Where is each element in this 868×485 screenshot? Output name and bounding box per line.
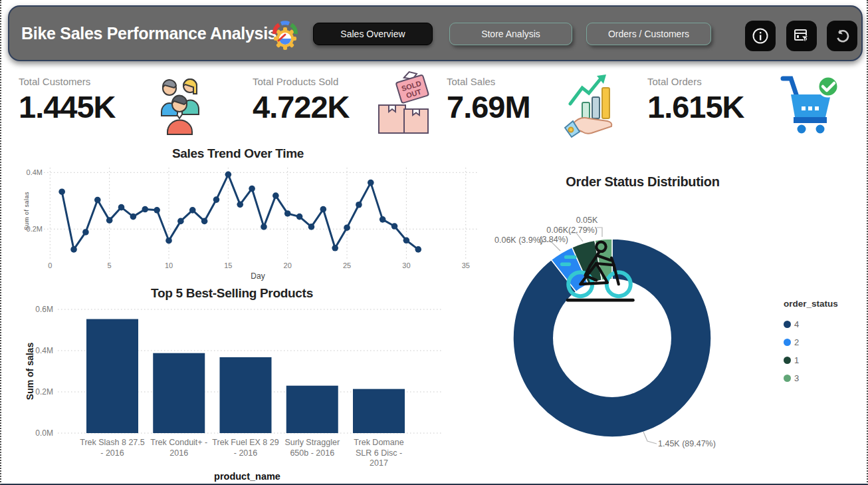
tab-orders-customers[interactable]: Orders / Customers (586, 23, 711, 45)
donut-callout-status4: 1.45K (89.47%) (658, 439, 716, 448)
legend-label: 2 (794, 337, 799, 347)
svg-text:Day: Day (251, 271, 265, 281)
bar-Surly Straggler 650b - 2016[interactable] (286, 386, 338, 433)
gauge-gear-icon (267, 17, 303, 51)
legend-item-4[interactable]: 4 (784, 315, 838, 333)
undo-icon (834, 28, 850, 44)
kpi-total-sales: Total Sales 7.69M (447, 76, 530, 125)
kpi-value: 4.722K (253, 88, 350, 125)
cart-check-icon (779, 75, 840, 134)
bar-Trek Domane SLR 6 Disc - 2017[interactable] (353, 389, 405, 433)
kpi-value: 1.445K (19, 88, 116, 125)
sold-out-boxes-icon: SOLD OUT (375, 73, 433, 136)
svg-text:0.2M: 0.2M (35, 387, 53, 397)
legend-label: 4 (794, 319, 799, 329)
legend-item-1[interactable]: 1 (784, 351, 838, 369)
kpi-total-customers: Total Customers 1.445K (19, 76, 116, 125)
kpi-label: Total Orders (647, 76, 744, 87)
bar-Trek Fuel EX 8 29 - 2016[interactable] (220, 357, 272, 433)
donut-legend: order_status 4213 (784, 299, 838, 387)
tab-sales-overview[interactable]: Sales Overview (313, 23, 433, 45)
kpi-total-products-sold: Total Products Sold 4.722K (253, 76, 350, 125)
legend-dot (784, 339, 791, 346)
kpi-label: Total Products Sold (253, 76, 350, 87)
top-products-bar-chart[interactable]: 0.0M0.2M0.4M0.6MTrek Slash 8 27.5- 2016T… (28, 303, 453, 485)
kpi-value: 1.615K (647, 88, 744, 125)
dashboard-page: Bike Sales Performance Analysis Sales Ov… (0, 0, 868, 485)
reset-button[interactable] (827, 21, 857, 51)
svg-text:Trek Fuel EX 8 29: Trek Fuel EX 8 29 (212, 438, 278, 447)
svg-text:10: 10 (165, 261, 173, 269)
svg-text:0.0M: 0.0M (35, 428, 53, 438)
page-title: Bike Sales Performance Analysis (21, 7, 276, 60)
donut-chart-title: Order Status Distribution (510, 174, 776, 190)
donut-callout-status3-value: 0.05K (573, 216, 601, 225)
legend-label: 3 (794, 373, 799, 383)
legend-dot (784, 321, 791, 328)
legend-dot (784, 375, 791, 382)
svg-text:25: 25 (343, 261, 351, 269)
svg-text:Trek Conduit+ -: Trek Conduit+ - (150, 438, 207, 447)
svg-text:0.4M: 0.4M (35, 346, 53, 355)
svg-text:0.6M: 0.6M (35, 305, 53, 314)
svg-text:20: 20 (284, 261, 292, 269)
svg-text:2017: 2017 (370, 458, 388, 468)
tab-store-analysis[interactable]: Store Analysis (449, 23, 572, 45)
svg-text:- 2016: - 2016 (234, 448, 257, 458)
donut-callout-status1: 0.06K (3.84%) (518, 226, 568, 244)
legend-dot (784, 357, 791, 364)
sales-trend-line-chart[interactable]: 051015202530350.2M0.4MDay (20, 165, 485, 283)
legend-item-2[interactable]: 2 (784, 333, 838, 351)
legend-item-3[interactable]: 3 (784, 369, 838, 387)
info-icon (752, 27, 769, 45)
legend-label: 1 (794, 355, 799, 365)
svg-text:Trek Domane: Trek Domane (354, 438, 403, 447)
svg-text:15: 15 (224, 261, 232, 269)
svg-text:Surly Straggler: Surly Straggler (284, 438, 340, 447)
header-bar: Bike Sales Performance Analysis Sales Ov… (8, 5, 863, 61)
svg-text:0: 0 (48, 261, 52, 269)
legend-title: order_status (784, 299, 838, 309)
donut-callout-status3-pct: (2.79%) (566, 226, 599, 235)
svg-text:2016: 2016 (169, 448, 188, 458)
donut-callout-leaders (493, 220, 732, 452)
svg-text:650b - 2016: 650b - 2016 (290, 448, 334, 458)
kpi-label: Total Sales (447, 76, 530, 87)
bar-Trek Conduit+ - 2016[interactable] (153, 353, 205, 433)
bar-chart-title: Top 5 Best-Selling Products (99, 286, 365, 301)
svg-text:SLR 6 Disc -: SLR 6 Disc - (356, 448, 402, 458)
svg-text:35: 35 (462, 261, 470, 269)
svg-text:30: 30 (402, 261, 410, 269)
kpi-label: Total Customers (19, 76, 116, 87)
kpi-value: 7.69M (447, 88, 530, 125)
kpi-total-orders: Total Orders 1.615K (647, 76, 744, 125)
svg-text:product_name: product_name (214, 471, 280, 482)
line-chart-title: Sales Trend Over Time (105, 146, 371, 161)
svg-text:5: 5 (108, 261, 112, 269)
filter-report-button[interactable] (786, 21, 817, 51)
svg-text:Trek Slash 8 27.5: Trek Slash 8 27.5 (80, 438, 145, 447)
bar-Trek Slash 8 27.5 - 2016[interactable] (86, 319, 138, 433)
svg-text:0.2M: 0.2M (27, 225, 43, 233)
report-filter-icon (793, 27, 810, 45)
sales-growth-hand-icon (564, 72, 617, 137)
svg-text:- 2016: - 2016 (100, 448, 124, 458)
info-button[interactable] (745, 21, 776, 51)
customers-group-icon (160, 75, 201, 136)
svg-text:0.4M: 0.4M (27, 168, 43, 176)
